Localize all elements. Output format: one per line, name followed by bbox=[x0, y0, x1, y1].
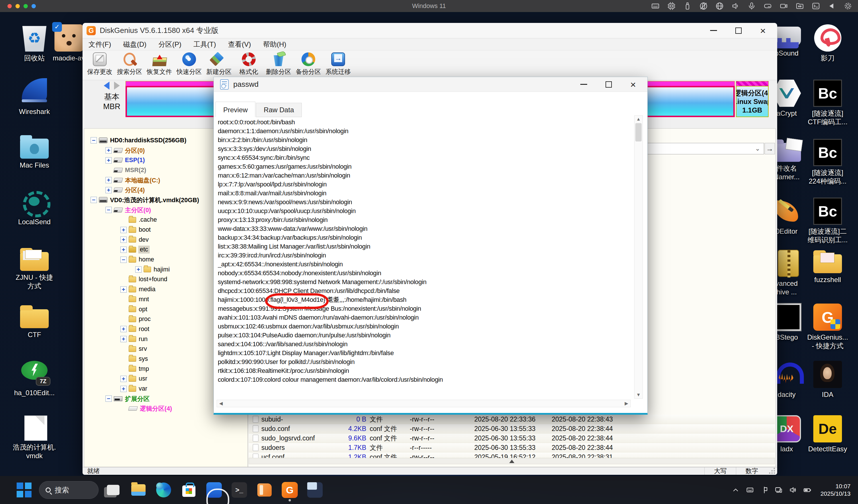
menu-item[interactable]: 分区(P) bbox=[153, 40, 187, 49]
menu-item[interactable]: 文件(F) bbox=[82, 40, 117, 49]
taskbar-edge[interactable] bbox=[155, 481, 173, 499]
horizontal-scrollbar[interactable] bbox=[249, 458, 775, 464]
camera-icon[interactable] bbox=[779, 2, 788, 10]
expander-icon[interactable] bbox=[121, 386, 127, 392]
desktop-icon-localsend[interactable]: LocalSend bbox=[12, 188, 57, 226]
toolbar-button[interactable]: 备份分区 bbox=[293, 50, 323, 80]
diskgenius-titlebar[interactable]: G DiskGenius V5.6.1.1580 x64 专业版 × bbox=[82, 23, 777, 38]
expander-icon[interactable] bbox=[121, 257, 127, 263]
taskbar-file-explorer[interactable] bbox=[129, 481, 147, 499]
taskbar-media-app[interactable] bbox=[205, 481, 223, 499]
file-row[interactable]: sudo_logsrvd.conf 9.6KB conf 文件 -rw-r--r… bbox=[249, 434, 775, 443]
expander-icon[interactable] bbox=[135, 266, 142, 273]
partition-block-swap[interactable]: 逻辑分区(4) Linux Swap 1.1GB bbox=[736, 81, 768, 117]
desktop-icon-ctf[interactable]: CTF bbox=[12, 305, 57, 339]
toolbar-button[interactable]: 删除分区 bbox=[264, 50, 293, 80]
scroll-up-icon[interactable] bbox=[509, 457, 514, 463]
expander-icon[interactable] bbox=[106, 177, 112, 183]
expander-icon[interactable] bbox=[121, 237, 127, 243]
touch-keyboard-icon[interactable] bbox=[746, 486, 754, 494]
desktop-icon-224-encodings[interactable]: Bc [随波逐流] 224种编码... bbox=[805, 139, 851, 185]
scroll-right-icon[interactable]: ▶ bbox=[625, 401, 628, 406]
desktop-icon-vmdk[interactable]: 浩茂的计算机. vmdk bbox=[12, 414, 57, 460]
expander-icon[interactable] bbox=[121, 336, 127, 342]
menu-item[interactable]: 工具(T) bbox=[187, 40, 222, 49]
volume-icon[interactable] bbox=[789, 486, 797, 494]
keyboard-icon[interactable] bbox=[651, 2, 660, 10]
shared-folder-icon[interactable] bbox=[796, 2, 804, 10]
taskbar-task-view[interactable] bbox=[104, 481, 122, 499]
fullscreen-traffic-light[interactable] bbox=[32, 4, 36, 8]
tab-preview[interactable]: Preview bbox=[216, 102, 255, 117]
window-traffic-lights[interactable] bbox=[7, 4, 36, 8]
menu-item[interactable]: 帮助(H) bbox=[257, 40, 292, 49]
prev-disk-arrow-icon[interactable] bbox=[100, 82, 110, 90]
detach-icon[interactable] bbox=[828, 2, 836, 10]
start-button[interactable] bbox=[17, 483, 32, 498]
close-button[interactable]: × bbox=[630, 80, 636, 89]
toolbar-button[interactable]: 系统迁移 bbox=[323, 50, 353, 80]
terminal-icon[interactable] bbox=[812, 2, 820, 10]
desktop-icon-qrcode-tool[interactable]: Bc [随波逐流]二 维码识别工... bbox=[805, 198, 851, 244]
scroll-up-icon[interactable]: ▲ bbox=[636, 117, 641, 121]
file-row[interactable]: sudo.conf 4.2KB conf 文件 -rw-r--r-- 2025-… bbox=[249, 424, 775, 434]
maximize-button[interactable] bbox=[735, 28, 742, 34]
vertical-scrollbar[interactable]: ▲ ▼ bbox=[634, 115, 643, 399]
toolbar-button[interactable]: 保存更改 bbox=[85, 50, 115, 80]
expander-icon[interactable] bbox=[106, 187, 112, 193]
close-traffic-light[interactable] bbox=[7, 4, 12, 8]
desktop-icon-fuzzshell[interactable]: fuzzshell bbox=[805, 250, 851, 284]
desktop-icon-ida[interactable]: IDA bbox=[805, 361, 851, 399]
taskbar-notes-app[interactable] bbox=[256, 481, 273, 499]
taskbar-terminal[interactable] bbox=[231, 481, 248, 499]
expander-icon[interactable] bbox=[91, 197, 97, 203]
desktop-icon-mac-files[interactable]: Mac Files bbox=[12, 135, 57, 169]
expander-icon[interactable] bbox=[121, 286, 127, 293]
passwd-titlebar[interactable]: passwd × bbox=[214, 77, 647, 92]
desktop-icon-detectiteasy[interactable]: De DetectItEasy bbox=[805, 415, 851, 453]
chevron-up-icon[interactable] bbox=[732, 486, 740, 494]
file-row[interactable]: sudoers 1.7KB 文件 -r--r----- 2025-06-30 1… bbox=[249, 443, 775, 453]
desktop-icon-ha-010edit[interactable]: 7Z ha_010Edit... bbox=[12, 359, 57, 397]
volume-icon[interactable] bbox=[731, 2, 740, 10]
file-row[interactable]: subuid- 0 B 文件 -rw-r--r-- 2025-08-20 22:… bbox=[249, 414, 775, 424]
toolbar-button[interactable]: 快速分区 bbox=[174, 50, 204, 80]
zoom-traffic-light[interactable] bbox=[23, 4, 28, 8]
settings-gear-icon[interactable] bbox=[844, 2, 852, 10]
taskbar-diskgenius[interactable]: G bbox=[281, 481, 299, 499]
expander-icon[interactable] bbox=[106, 147, 112, 153]
toolbar-button[interactable]: 新建分区 bbox=[204, 50, 234, 80]
globe-icon[interactable] bbox=[715, 2, 724, 10]
expander-icon[interactable] bbox=[121, 376, 127, 382]
horizontal-scrollbar[interactable]: ◀ ▶ bbox=[217, 400, 631, 407]
next-disk-arrow-icon[interactable] bbox=[114, 82, 124, 90]
toolbar-button[interactable]: 搜索分区 bbox=[115, 50, 144, 80]
expander-icon[interactable] bbox=[106, 207, 112, 213]
expander-icon[interactable] bbox=[121, 227, 127, 233]
go-button[interactable]: → bbox=[765, 143, 775, 155]
maximize-button[interactable] bbox=[605, 81, 612, 87]
desktop-icon-zjnu[interactable]: ZJNU - 快捷 方式 bbox=[12, 247, 57, 290]
network-off-icon[interactable] bbox=[699, 2, 708, 10]
expander-icon[interactable] bbox=[91, 137, 97, 144]
scroll-down-icon[interactable]: ▼ bbox=[636, 393, 641, 397]
microphone-icon[interactable] bbox=[747, 2, 756, 10]
chevron-down-icon[interactable]: ⌄ bbox=[755, 145, 760, 152]
menu-item[interactable]: 查看(V) bbox=[222, 40, 257, 49]
close-button[interactable]: × bbox=[760, 26, 766, 35]
menubar-status-icons[interactable] bbox=[651, 2, 852, 10]
processor-icon[interactable] bbox=[667, 2, 676, 10]
minimize-button[interactable] bbox=[710, 30, 717, 31]
toolbar-button[interactable]: 恢复文件 bbox=[144, 50, 174, 80]
minimize-button[interactable] bbox=[580, 84, 587, 85]
resize-grip[interactable] bbox=[767, 467, 777, 475]
battery-icon[interactable] bbox=[803, 486, 811, 494]
toolbar-button[interactable]: 格式化 bbox=[234, 50, 264, 80]
expander-icon[interactable] bbox=[121, 326, 127, 332]
expander-icon[interactable] bbox=[106, 157, 112, 163]
minimize-traffic-light[interactable] bbox=[15, 4, 20, 8]
tab-raw-data[interactable]: Raw Data bbox=[256, 103, 301, 117]
drive-icon[interactable] bbox=[763, 2, 772, 10]
taskbar-clock[interactable]: 10:07 2025/10/13 bbox=[821, 483, 851, 498]
expander-icon[interactable] bbox=[121, 247, 127, 253]
